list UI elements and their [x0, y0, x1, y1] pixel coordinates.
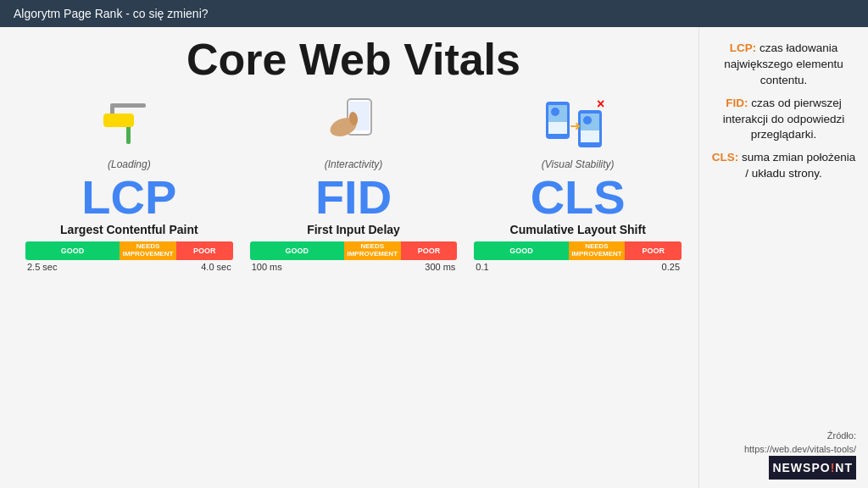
svg-rect-1	[112, 103, 146, 108]
fid-icon	[326, 91, 381, 158]
cls-acronym: CLS	[531, 174, 626, 221]
source-text: Źródło: https://web.dev/vitals-tools/	[744, 430, 856, 456]
cls-progress: GOOD NEEDSIMPROVEMENT POOR 0.1 0.25	[474, 241, 682, 272]
fid-name: First Input Delay	[307, 223, 400, 236]
fid-subtitle: (Interactivity)	[325, 158, 383, 170]
vital-card-lcp: (Loading) LCP Largest Contentful Paint G…	[25, 91, 233, 272]
fid-bar: GOOD NEEDSIMPROVEMENT POOR	[250, 241, 458, 260]
newspoint-label: NEWSPO!NT	[772, 461, 853, 474]
source-url: https://web.dev/vitals-tools/	[744, 444, 856, 454]
fid-label: FID:	[726, 97, 748, 109]
lcp-threshold1: 2.5 sec	[27, 262, 57, 272]
cls-bar: GOOD NEEDSIMPROVEMENT POOR	[474, 241, 682, 260]
fid-threshold1: 100 ms	[252, 262, 282, 272]
source-label: Źródło:	[827, 430, 856, 441]
fid-needs: NEEDSIMPROVEMENT	[344, 241, 401, 260]
svg-text:➜: ➜	[570, 119, 581, 133]
lcp-bar: GOOD NEEDSIMPROVEMENT POOR	[25, 241, 233, 260]
lcp-threshold2: 4.0 sec	[201, 262, 231, 272]
svg-text:×: ×	[597, 97, 604, 111]
lcp-progress: GOOD NEEDSIMPROVEMENT POOR 2.5 sec 4.0 s…	[25, 241, 233, 272]
cls-labels: 0.1 0.25	[474, 262, 682, 272]
lcp-good: GOOD	[25, 241, 120, 260]
cls-needs: NEEDSIMPROVEMENT	[569, 241, 626, 260]
vitals-row: (Loading) LCP Largest Contentful Paint G…	[25, 91, 682, 272]
bottom-right: Źródło: https://web.dev/vitals-tools/ NE…	[711, 430, 856, 480]
lcp-acronym: LCP	[81, 174, 176, 221]
cls-name: Cumulative Layout Shift	[510, 223, 646, 236]
fid-description: FID: czas od pierwszej interakcji do odp…	[711, 96, 856, 144]
cls-threshold1: 0.1	[476, 262, 488, 272]
cls-label: CLS:	[712, 151, 739, 164]
svg-point-11	[551, 108, 559, 116]
cls-good: GOOD	[474, 241, 568, 260]
lcp-subtitle: (Loading)	[108, 158, 151, 170]
lcp-needs: NEEDSIMPROVEMENT	[120, 241, 176, 260]
fid-acronym: FID	[315, 174, 392, 221]
vital-card-fid: (Interactivity) FID First Input Delay GO…	[250, 91, 458, 272]
top-bar-title: Algorytm Page Rank - co się zmieni?	[14, 7, 209, 20]
lcp-poor: POOR	[176, 241, 233, 260]
newspoint-dot: !	[831, 461, 836, 474]
cls-subtitle: (Visual Stability)	[542, 158, 615, 170]
svg-point-15	[583, 116, 592, 125]
lcp-label: LCP:	[730, 42, 757, 54]
svg-rect-3	[103, 114, 134, 127]
fid-labels: 100 ms 300 ms	[250, 262, 458, 272]
top-bar: Algorytm Page Rank - co się zmieni?	[0, 0, 868, 27]
fid-good: GOOD	[250, 241, 344, 260]
right-descriptions: LCP: czas ładowania największego element…	[711, 41, 856, 189]
lcp-description: LCP: czas ładowania największego element…	[711, 41, 856, 89]
vital-card-cls: × ➜ (Visual Stability) CLS Cumulative La…	[474, 91, 682, 272]
left-panel: Core Web Vitals (Loading)	[0, 27, 698, 488]
fid-poor: POOR	[401, 241, 458, 260]
cls-desc-text: suma zmian położenia / układu strony.	[738, 151, 855, 180]
cls-icon: × ➜	[544, 91, 612, 158]
cls-poor: POOR	[625, 241, 682, 260]
main-title: Core Web Vitals	[186, 36, 520, 84]
fid-threshold2: 300 ms	[425, 262, 455, 272]
cls-threshold2: 0.25	[662, 262, 680, 272]
fid-progress: GOOD NEEDSIMPROVEMENT POOR 100 ms 300 ms	[250, 241, 458, 272]
lcp-labels: 2.5 sec 4.0 sec	[25, 262, 233, 272]
lcp-icon	[103, 91, 154, 158]
newspoint-logo: NEWSPO!NT	[769, 456, 856, 480]
cls-description: CLS: suma zmian położenia / układu stron…	[711, 150, 856, 182]
lcp-name: Largest Contentful Paint	[60, 223, 198, 236]
right-panel: LCP: czas ładowania największego element…	[698, 27, 868, 488]
